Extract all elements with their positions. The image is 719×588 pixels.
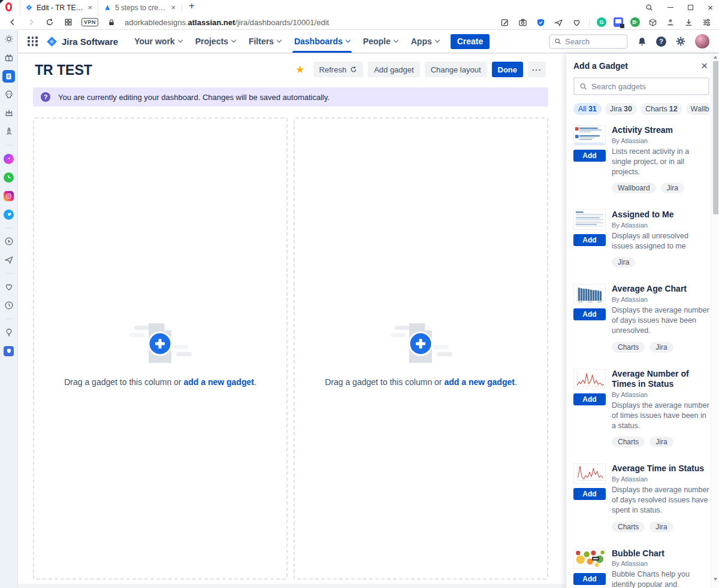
filter-all[interactable]: All31 xyxy=(573,103,602,115)
browser-tab-inactive[interactable]: 5 steps to create a killer × xyxy=(99,0,181,15)
add-gadget-button[interactable]: Add xyxy=(573,393,606,405)
lock-icon[interactable] xyxy=(106,17,117,28)
nav-item-your-work[interactable]: Your work xyxy=(128,30,188,53)
whatsapp-icon[interactable] xyxy=(2,171,16,184)
nav-label: Your work xyxy=(134,37,174,46)
reading-list-icon[interactable] xyxy=(2,69,16,83)
b-extension-icon[interactable]: B· xyxy=(630,17,640,27)
instagram-icon[interactable] xyxy=(2,189,16,202)
opera-sidebar xyxy=(0,30,18,588)
player-icon[interactable] xyxy=(2,235,16,248)
gadget-search-box[interactable] xyxy=(573,77,709,95)
ghost-skull-icon[interactable] xyxy=(2,88,16,101)
browser-tab-active[interactable]: Edit - TR TEST - Jira × xyxy=(20,0,98,15)
opera-logo-icon[interactable] xyxy=(5,2,12,11)
global-search-box[interactable] xyxy=(549,34,628,49)
add-gadget-button[interactable]: Add xyxy=(573,308,606,320)
history-clock-icon[interactable] xyxy=(2,299,16,312)
gadget-tag[interactable]: Charts xyxy=(612,437,645,447)
back-button[interactable] xyxy=(7,17,18,28)
refresh-icon xyxy=(350,66,357,73)
twitter-icon[interactable] xyxy=(2,208,16,221)
nav-item-people[interactable]: People xyxy=(357,30,404,53)
add-gadget-button[interactable]: Add xyxy=(573,488,606,500)
downloads-icon[interactable] xyxy=(683,17,694,28)
gadget-tag[interactable]: Wallboard xyxy=(612,183,656,193)
telegram-send-icon[interactable] xyxy=(2,253,16,266)
add-gadget-button[interactable]: Add xyxy=(573,573,606,585)
edit-page-icon[interactable] xyxy=(499,17,510,28)
done-button[interactable]: Done xyxy=(492,62,524,77)
scroll-up-arrow[interactable] xyxy=(714,56,717,59)
nav-item-apps[interactable]: Apps xyxy=(404,30,446,53)
global-search-input[interactable] xyxy=(565,37,619,46)
new-tab-button[interactable]: + xyxy=(186,1,198,11)
filter-charts[interactable]: Charts12 xyxy=(641,103,682,115)
filter-wallboard[interactable]: Wallboard5 xyxy=(686,103,709,115)
snapshot-camera-icon[interactable] xyxy=(517,17,528,28)
add-gadget-button[interactable]: Add xyxy=(573,150,606,162)
browser-search-icon[interactable] xyxy=(645,4,653,11)
settings-gear-icon[interactable] xyxy=(675,36,686,47)
send-to-device-icon[interactable] xyxy=(553,17,564,28)
notifications-bell-icon[interactable] xyxy=(637,37,647,47)
panel-scrollbar[interactable] xyxy=(711,54,719,588)
jira-brand[interactable]: Jira Software xyxy=(46,36,118,47)
gadget-search-input[interactable] xyxy=(591,82,703,91)
ideas-bulb-icon[interactable] xyxy=(2,326,16,339)
maximize-button[interactable] xyxy=(688,5,693,10)
gadget-tag[interactable]: Charts xyxy=(612,342,645,353)
gadget-tag[interactable]: Jira xyxy=(649,437,673,447)
rocket-icon[interactable] xyxy=(2,125,16,138)
dashboard-column-right[interactable]: Drag a gadget to this column or add a ne… xyxy=(294,117,548,580)
shield-extension-icon[interactable] xyxy=(2,344,16,357)
more-actions-button[interactable]: ··· xyxy=(528,62,546,77)
refresh-button[interactable]: Refresh xyxy=(313,62,364,77)
profile-icon[interactable] xyxy=(665,17,676,28)
minimize-button[interactable] xyxy=(667,7,673,8)
easy-setup-sliders-icon[interactable] xyxy=(701,17,712,28)
nav-item-filters[interactable]: Filters xyxy=(242,30,288,53)
crown-icon[interactable] xyxy=(2,107,16,120)
gadget-tag[interactable]: Jira xyxy=(649,522,673,532)
bookmark-heart-icon[interactable] xyxy=(571,17,582,28)
add-new-gadget-link[interactable]: add a new gadget xyxy=(183,377,253,387)
filter-jira[interactable]: Jira30 xyxy=(605,103,637,115)
tab-close-icon[interactable]: × xyxy=(87,3,92,12)
vpn-badge[interactable]: VPN xyxy=(81,18,98,26)
add-gadget-toolbar-button[interactable]: Add gadget xyxy=(368,62,420,77)
address-bar-url[interactable]: adorkabledesigns.atlassian.net/jira/dash… xyxy=(125,18,329,27)
cube-extension-icon[interactable] xyxy=(647,17,658,28)
gadget-tag[interactable]: Jira xyxy=(649,342,673,353)
gadget-tag[interactable]: Charts xyxy=(612,522,645,532)
scrollbar-thumb[interactable] xyxy=(713,61,718,214)
add-gadget-button[interactable]: Add xyxy=(573,234,606,246)
gadget-tag[interactable]: Jira xyxy=(661,183,684,193)
password-extension-icon[interactable] xyxy=(614,17,623,27)
messenger-icon[interactable] xyxy=(2,152,16,165)
change-layout-button[interactable]: Change layout xyxy=(425,62,487,77)
dashboard-column-left[interactable]: Drag a gadget to this column or add a ne… xyxy=(33,117,288,580)
tab-close-icon[interactable]: × xyxy=(171,3,176,12)
gadget-tag[interactable]: Jira xyxy=(612,257,635,268)
scroll-down-arrow[interactable] xyxy=(714,578,717,581)
favorite-star-icon[interactable]: ★ xyxy=(295,63,304,76)
reload-button[interactable] xyxy=(44,17,55,28)
nav-item-dashboards[interactable]: Dashboards xyxy=(288,30,357,53)
gadget-thumbnail xyxy=(573,548,606,569)
rewards-gift-icon[interactable] xyxy=(2,51,16,64)
workspace-sun-icon[interactable] xyxy=(2,32,16,46)
shield-check-icon[interactable] xyxy=(535,17,546,28)
close-panel-icon[interactable]: × xyxy=(699,60,709,71)
forward-button[interactable] xyxy=(26,17,37,28)
add-new-gadget-link[interactable]: add a new gadget xyxy=(444,377,514,387)
create-button[interactable]: Create xyxy=(451,34,490,49)
favorites-heart-icon[interactable] xyxy=(2,280,16,293)
app-switcher-icon[interactable] xyxy=(28,37,38,46)
help-icon[interactable]: ? xyxy=(656,37,666,47)
speed-dial-icon[interactable] xyxy=(63,17,74,28)
grammarly-extension-icon[interactable]: G xyxy=(597,17,606,27)
close-window-button[interactable]: × xyxy=(708,3,713,12)
nav-item-projects[interactable]: Projects xyxy=(189,30,242,53)
user-avatar[interactable] xyxy=(695,34,709,49)
